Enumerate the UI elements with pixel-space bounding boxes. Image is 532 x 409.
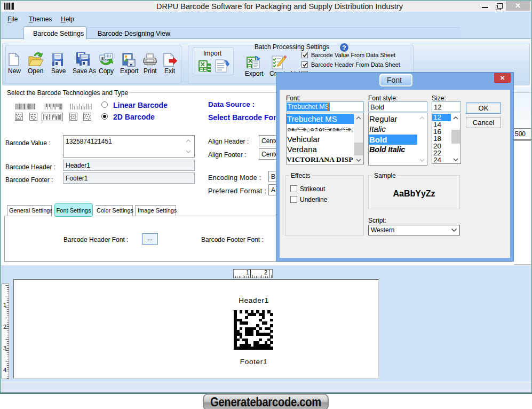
svg-text:?: ? [342,44,346,52]
